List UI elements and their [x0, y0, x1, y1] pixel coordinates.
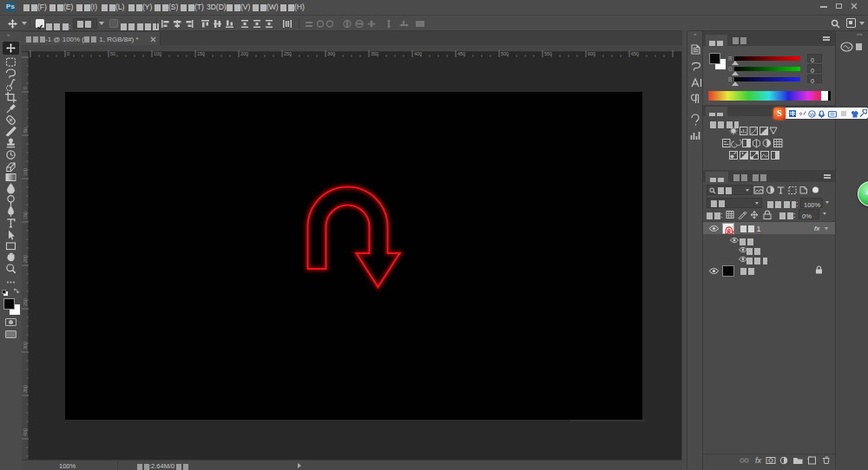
svg-text:450: 450: [457, 51, 465, 56]
svg-text:350: 350: [23, 385, 28, 393]
svg-text:200: 200: [240, 51, 248, 56]
svg-text:150: 150: [23, 212, 28, 219]
svg-text:550: 550: [544, 51, 552, 56]
svg-text:100: 100: [154, 51, 161, 56]
svg-text:250: 250: [284, 51, 292, 56]
svg-text:50: 50: [110, 51, 115, 56]
svg-text:50: 50: [23, 127, 28, 133]
svg-text:300: 300: [327, 51, 335, 56]
svg-text:400: 400: [414, 51, 422, 56]
svg-text:650: 650: [631, 51, 639, 56]
svg-text:250: 250: [23, 298, 28, 306]
svg-text:300: 300: [23, 342, 28, 349]
svg-text:0: 0: [67, 51, 69, 56]
svg-text:200: 200: [23, 255, 28, 263]
svg-text:500: 500: [501, 51, 509, 56]
svg-text:350: 350: [371, 51, 378, 56]
svg-text:100: 100: [23, 168, 28, 176]
svg-text:0: 0: [23, 87, 28, 89]
svg-text:fx: fx: [755, 456, 762, 465]
svg-text:W: W: [810, 112, 815, 117]
svg-text:150: 150: [197, 51, 205, 56]
svg-text:600: 600: [588, 51, 595, 56]
svg-text:400: 400: [23, 428, 28, 436]
